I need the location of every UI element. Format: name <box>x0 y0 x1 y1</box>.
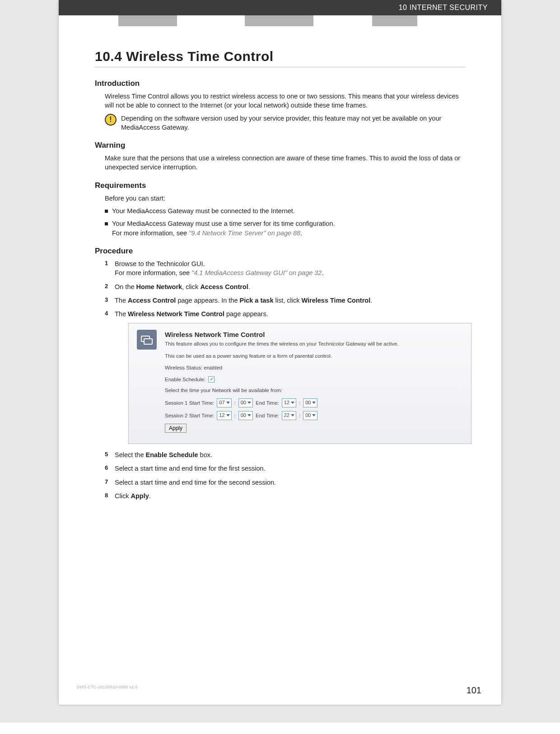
xref-link[interactable]: "4.1 MediaAccess Gateway GUI" on page 32 <box>191 269 322 276</box>
warning-heading: Warning <box>95 141 465 150</box>
warning-icon: ! <box>105 114 117 126</box>
svg-rect-1 <box>144 339 152 344</box>
requirements-list: Your MediaAccess Gateway must be connect… <box>105 206 465 238</box>
step: Click Apply. <box>105 491 465 500</box>
intro-note: ! Depending on the software version used… <box>105 114 465 132</box>
ui-status: Wireless Status: enabled <box>165 364 463 371</box>
session2-end-label: End Time: <box>256 412 279 419</box>
step: The Access Control page appears. In the … <box>105 296 465 305</box>
section-title: 10.4 Wireless Time Control <box>95 49 465 67</box>
procedure-heading: Procedure <box>95 247 465 256</box>
network-icon <box>137 330 157 350</box>
session1-end-min-select[interactable]: 00 <box>303 398 317 407</box>
step: Select the Enable Schedule box. <box>105 450 465 459</box>
procedure-list: Browse to the Technicolor GUI. For more … <box>105 259 465 500</box>
session1-start-min-select[interactable]: 00 <box>238 398 253 407</box>
session1-end-hour-select[interactable]: 12 <box>282 398 296 407</box>
session2-start-label: Session 2 Start Time: <box>165 412 214 419</box>
ui-desc2: This can be used as a power saving featu… <box>165 352 463 360</box>
session2-end-hour-select[interactable]: 22 <box>282 411 296 420</box>
session1-start-label: Session 1 Start Time: <box>165 399 214 407</box>
page: 10 INTERNET SECURITY 10.4 Wireless Time … <box>59 0 501 705</box>
intro-heading: Introduction <box>95 79 465 88</box>
requirements-heading: Requirements <box>95 181 465 190</box>
step: On the Home Network, click Access Contro… <box>105 282 465 291</box>
chapter-label: 10 INTERNET SECURITY <box>399 4 488 12</box>
session-1-row: Session 1 Start Time: 07 : 00 End Time: … <box>165 398 463 407</box>
step: Browse to the Technicolor GUI. For more … <box>105 259 465 278</box>
warning-paragraph: Make sure that the persons that use a wi… <box>105 154 465 172</box>
step: Select a start time and end time for the… <box>105 464 465 473</box>
requirement-item: Your MediaAccess Gateway must be connect… <box>105 206 465 215</box>
footer-page-number: 101 <box>467 685 481 696</box>
enable-schedule-label: Enable Schedule: <box>165 376 205 383</box>
session2-end-min-select[interactable]: 00 <box>303 411 317 420</box>
select-time-label: Select the time your Network will be ava… <box>165 387 463 394</box>
header-stripe <box>59 15 501 26</box>
session1-start-hour-select[interactable]: 07 <box>217 398 231 407</box>
requirement-item: Your MediaAccess Gateway must use a time… <box>105 219 465 238</box>
requirements-lead: Before you can start: <box>105 194 465 203</box>
enable-schedule-checkbox[interactable]: ✓ <box>208 376 215 383</box>
footer-docid: DMS-CTC-20120510-0000 v1.0 <box>77 685 138 689</box>
intro-note-text: Depending on the software version used b… <box>121 114 465 132</box>
ui-screenshot-panel: Wireless Network Time Control This featu… <box>128 323 471 444</box>
session2-start-hour-select[interactable]: 12 <box>217 411 231 420</box>
session1-end-label: End Time: <box>256 399 279 407</box>
intro-paragraph: Wireless Time Control allows you to rest… <box>105 92 465 110</box>
apply-button[interactable]: Apply <box>165 424 187 433</box>
step: Select a start time and end time for the… <box>105 478 465 487</box>
session-2-row: Session 2 Start Time: 12 : 00 End Time: … <box>165 411 463 420</box>
header-bar: 10 INTERNET SECURITY <box>59 0 501 15</box>
ui-desc: This feature allows you to configure the… <box>165 340 463 347</box>
xref-link[interactable]: "9.4 Network Time Server" on page 88 <box>189 229 300 237</box>
session2-start-min-select[interactable]: 00 <box>238 411 253 420</box>
step: The Wireless Network Time Control page a… <box>105 309 465 444</box>
ui-title: Wireless Network Time Control <box>165 330 463 339</box>
